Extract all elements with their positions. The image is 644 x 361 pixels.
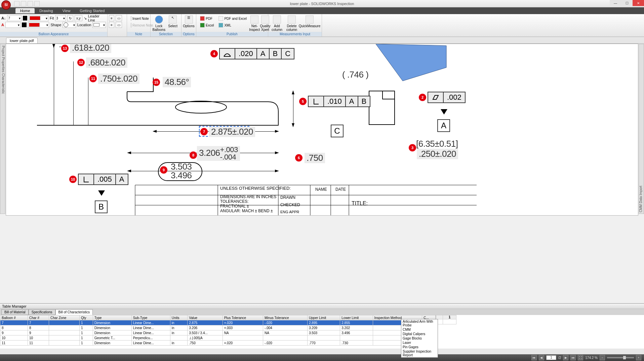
delete-column-button[interactable]: Delete column — [284, 15, 299, 32]
next-page-button[interactable]: ▶ — [563, 355, 568, 360]
dim-3-bot[interactable]: .250±.020 — [417, 149, 458, 159]
shape-label: Shape — [50, 23, 61, 27]
balloon-13[interactable]: 13 — [61, 45, 69, 52]
table-manager: Table Manager Bill of Material Specifica… — [0, 303, 644, 354]
align-mid-icon[interactable]: ▭ — [116, 15, 122, 21]
prev-page-button[interactable]: ◀ — [539, 355, 544, 360]
balloon-10[interactable]: 10 — [69, 176, 77, 183]
font-size-input[interactable]: 7▾ — [7, 15, 22, 21]
balloon-6[interactable]: 6 — [295, 154, 303, 162]
table-manager-title: Table Manager — [0, 304, 644, 309]
add-column-button[interactable]: Add column — [270, 15, 284, 32]
net-inspect-button[interactable]: Net-Inspect — [249, 15, 260, 32]
first-page-button[interactable]: ⏮ — [531, 355, 537, 360]
dim-13[interactable]: .618±.020 — [70, 44, 111, 53]
tm-tab-bom[interactable]: Bill of Material — [1, 309, 29, 315]
balloon-11[interactable]: 11 — [89, 75, 97, 82]
measurements-grid[interactable]: 1 Articulated Arm With ProbeCMMDigital C… — [436, 315, 644, 349]
xml-button[interactable]: XML — [217, 22, 248, 28]
font-color-drop[interactable]: ▾ — [29, 15, 48, 21]
perpendicularity-icon — [308, 96, 324, 107]
inspection-method-dropdown[interactable]: Articulated Arm With ProbeCMMDigital Cal… — [401, 319, 438, 358]
lock-balloons-button[interactable]: Lock Balloons — [152, 15, 166, 32]
drawing-canvas[interactable]: 13 .618±.020 12 .680±.020 11 .750±.020 1… — [6, 44, 638, 216]
close-button[interactable]: ✕ — [633, 0, 644, 6]
shape-drop[interactable]: ▾ — [63, 22, 76, 28]
app-logo[interactable]: SI — [1, 0, 11, 10]
tb-title: TITLE: — [352, 200, 368, 207]
tb-drawn: DRAWN — [280, 195, 295, 200]
align-bot-icon[interactable]: ≡ — [109, 22, 114, 28]
tm-tab-specs[interactable]: Specifications — [29, 309, 55, 315]
dim-15[interactable]: 48.56° — [163, 77, 191, 87]
fit-input[interactable]: 3▾ — [55, 15, 66, 21]
new-icon[interactable] — [14, 1, 19, 6]
leader-line-button[interactable]: Leader Line — [88, 14, 106, 22]
fcs-10[interactable]: .005 A — [78, 174, 128, 185]
quickmeasure-button[interactable]: QuickMeasure — [299, 15, 320, 32]
maximize-button[interactable]: ☐ — [621, 0, 633, 6]
datum-a[interactable]: A — [437, 119, 450, 132]
balloon-3[interactable]: 3 — [409, 144, 416, 151]
tm-tab-boc[interactable]: Bill of Characteristics — [55, 309, 93, 315]
select-button[interactable]: ↖Select — [166, 15, 180, 32]
datum-c[interactable]: C — [331, 125, 344, 137]
tab-getting-started[interactable]: Getting Started — [75, 8, 109, 13]
align-top-icon[interactable]: ≡ — [109, 15, 114, 21]
document-tabs: lower plate.pdf — [0, 37, 644, 44]
fit-width-icon[interactable]: ⛶ — [578, 355, 583, 360]
dim-ref[interactable]: ( .746 ) — [340, 70, 370, 80]
left-panel-tabs[interactable]: Project Properties Characteristic — [0, 44, 5, 214]
dim-3-top[interactable]: [6.35±0.51] — [414, 139, 460, 149]
options-button[interactable]: ☰Options — [183, 15, 195, 32]
align-side-icon[interactable]: ▭ — [116, 22, 122, 28]
doc-tab[interactable]: lower plate.pdf — [6, 38, 38, 43]
balloon-2[interactable]: 2 — [419, 94, 426, 101]
zoom-slider[interactable] — [607, 357, 634, 358]
last-page-button[interactable]: ⏭ — [570, 355, 576, 360]
zoom-value: 174.2 % — [585, 356, 598, 360]
page-input[interactable]: 1 — [546, 355, 556, 360]
fcs-5[interactable]: .010 A B — [308, 96, 370, 107]
pdf-excel-button[interactable]: PDF and Excel — [217, 15, 248, 21]
balloon-12[interactable]: 12 — [77, 59, 85, 66]
window-title: lower plate - SOLIDWORKS Inspection — [290, 2, 354, 6]
balloon-7[interactable]: 7 — [200, 128, 208, 135]
dim-6[interactable]: .750 — [305, 153, 325, 163]
datum-b[interactable]: B — [95, 200, 108, 213]
fcs-2[interactable]: .002 — [428, 92, 466, 103]
font-style-drop[interactable]: ▾ — [5, 22, 21, 28]
reset-button[interactable]: ↻ — [67, 15, 73, 21]
balloon-8[interactable]: 8 — [190, 151, 197, 159]
minimize-button[interactable]: — — [610, 0, 621, 6]
characteristics-grid[interactable]: Balloon #Char #Char ZoneQtyTypeSub-TypeU… — [0, 315, 436, 349]
fill-color-drop[interactable]: ▾ — [28, 22, 49, 28]
excel-button[interactable]: Excel — [199, 22, 215, 28]
balloon-4[interactable]: 4 — [210, 50, 218, 57]
ribbon-group-measurements: Add column Delete column QuickMeasure Me… — [268, 14, 322, 37]
dim-8[interactable]: 3.206+.003-.004 — [197, 146, 240, 161]
tab-drawing[interactable]: Drawing — [35, 8, 57, 13]
zoom-in-button[interactable]: + — [636, 355, 641, 360]
ribbon-group-balloon: A↓ 7▾ ▾ Fit 3▾ ↻ x,y ↘Leader Line A ▾ ▾ … — [0, 14, 108, 37]
undo-icon[interactable] — [34, 1, 40, 6]
balloon-5[interactable]: 5 — [299, 98, 307, 105]
pdf-button[interactable]: PDF — [199, 15, 215, 21]
balloon-15[interactable]: 15 — [153, 79, 160, 86]
location-drop[interactable]: ▾ — [92, 22, 106, 28]
fcs-4[interactable]: .020 A B C — [219, 48, 294, 59]
balloon-9[interactable]: 9 — [160, 166, 167, 174]
insert-note-button[interactable]: Insert Note — [130, 15, 148, 21]
xy-button[interactable]: x,y — [75, 15, 82, 21]
tab-view[interactable]: View — [58, 8, 75, 13]
dim-11[interactable]: .750±.020 — [98, 74, 139, 84]
tab-home[interactable]: Home — [15, 8, 35, 13]
dim-12[interactable]: .680±.020 — [86, 57, 127, 68]
tb-checked: CHECKED — [280, 202, 300, 207]
right-panel-tabs[interactable]: CMM Data Import — [639, 44, 644, 214]
save-icon[interactable] — [28, 1, 33, 6]
open-icon[interactable] — [21, 1, 26, 6]
dim-7[interactable]: 2.875±.020 — [209, 127, 255, 137]
zoom-out-button[interactable]: − — [600, 355, 605, 360]
dim-9[interactable]: 3.5033.496 — [169, 162, 194, 180]
